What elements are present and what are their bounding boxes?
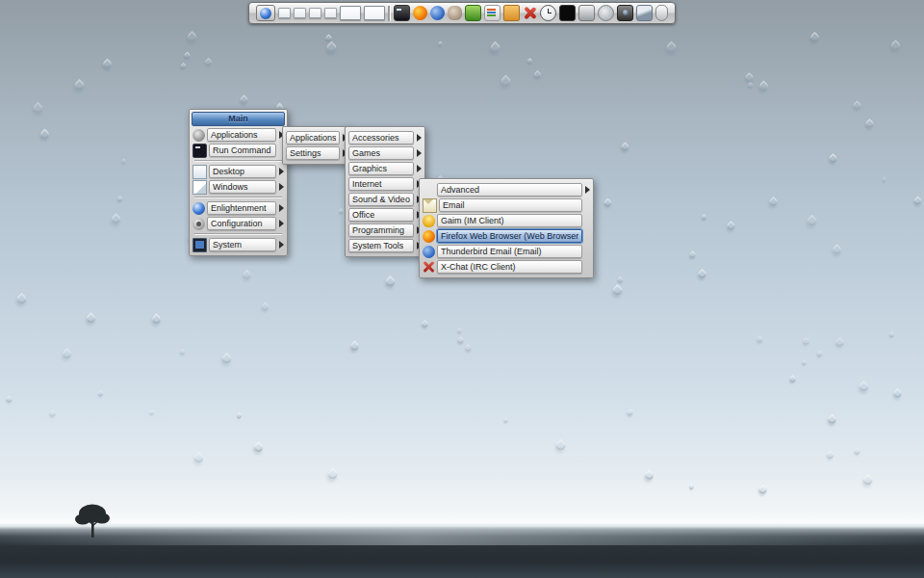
display-icon[interactable] <box>559 5 576 21</box>
clock-icon[interactable] <box>540 5 556 21</box>
menu-item-button[interactable]: Settings <box>286 146 340 160</box>
configuration-icon <box>192 218 205 230</box>
menu-item-desktop[interactable]: Desktop <box>192 165 284 178</box>
menu-item-accessories[interactable]: Accessories <box>348 131 422 144</box>
menu-item-label: Desktop <box>213 167 244 176</box>
submenu-arrow-icon <box>279 204 284 212</box>
menu-item-label: Internet <box>352 179 382 189</box>
applications-icon <box>192 129 205 142</box>
windows-icon <box>192 180 207 195</box>
menu-item-games[interactable]: Games <box>348 146 422 160</box>
menu-item-button[interactable]: System Tools <box>348 239 414 252</box>
firefox-icon <box>423 230 435 243</box>
desktop-preview-2-icon[interactable] <box>364 6 385 20</box>
menu-item-advanced[interactable]: Advanced <box>423 183 590 197</box>
gimp-icon[interactable] <box>448 6 462 20</box>
menu-item-button[interactable]: X-Chat (IRC Client) <box>437 260 582 274</box>
mouse-settings-icon[interactable] <box>655 5 668 21</box>
desktop-icon <box>192 165 207 179</box>
menu-item-applications[interactable]: Applications <box>286 131 347 144</box>
menu-item-button[interactable]: Run Command <box>209 144 276 157</box>
menu-item-firefox-web-browser-web-browser[interactable]: Firefox Web Browser (Web Browser) <box>423 229 590 243</box>
file-manager-icon[interactable] <box>484 5 500 21</box>
terminal-icon[interactable] <box>394 5 410 21</box>
camera-icon[interactable] <box>617 5 633 21</box>
menu-item-system[interactable]: System <box>192 238 284 251</box>
menu-item-x-chat-irc-client[interactable]: X-Chat (IRC Client) <box>423 260 590 274</box>
categories-submenu: AccessoriesGamesGraphicsInternetSound & … <box>345 126 425 257</box>
submenu-arrow-icon <box>279 220 284 227</box>
menu-item-label: Configuration <box>211 219 263 228</box>
menu-item-programming[interactable]: Programming <box>348 223 422 237</box>
window-thumb-1-icon[interactable] <box>278 8 291 18</box>
menu-item-button[interactable]: Office <box>348 208 414 222</box>
screenshot-tool-icon[interactable] <box>598 5 614 21</box>
package-manager-icon[interactable] <box>465 5 481 21</box>
menu-item-label: Office <box>352 210 374 220</box>
menu-item-button[interactable]: Gaim (IM Client) <box>437 214 582 227</box>
menu-item-label: System Tools <box>352 241 403 250</box>
submenu-arrow-icon <box>585 186 590 194</box>
menu-item-label: Firefox Web Browser (Web Browser) <box>441 231 578 241</box>
desktop-wallpaper-sky <box>0 0 924 578</box>
menu-item-button[interactable]: Accessories <box>348 131 414 144</box>
web-globe-icon[interactable] <box>430 6 445 20</box>
menu-item-button[interactable]: Programming <box>348 223 414 237</box>
menu-item-button[interactable]: Enlightenment <box>207 201 276 215</box>
menu-separator <box>194 197 282 198</box>
submenu-arrow-icon <box>417 149 422 157</box>
menu-item-label: Gaim (IM Client) <box>441 216 504 225</box>
menu-item-button[interactable]: Games <box>348 146 414 160</box>
window-thumb-2-icon[interactable] <box>294 8 306 18</box>
menu-item-configuration[interactable]: Configuration <box>192 217 284 230</box>
menu-title: Main <box>192 112 285 126</box>
panel-separator-icon <box>388 6 391 21</box>
window-thumb-4-icon[interactable] <box>324 8 337 18</box>
menu-item-button[interactable]: Email <box>439 198 582 212</box>
menu-item-button[interactable]: Internet <box>348 177 414 191</box>
menu-item-button[interactable]: Applications <box>286 131 340 144</box>
menu-item-label: Programming <box>352 225 404 235</box>
menu-item-label: Enlightenment <box>211 203 267 213</box>
menu-item-windows[interactable]: Windows <box>192 180 284 194</box>
eagle-app-icon[interactable] <box>636 5 653 21</box>
firefox-icon[interactable] <box>413 6 427 20</box>
menu-item-sound-video[interactable]: Sound & Video <box>348 193 422 206</box>
menu-item-enlightenment[interactable]: Enlightenment <box>192 201 284 215</box>
menu-item-thunderbird-email-email[interactable]: Thunderbird Email (Email) <box>423 245 590 258</box>
menu-item-button[interactable]: Firefox Web Browser (Web Browser) <box>437 229 582 243</box>
menu-item-applications[interactable]: Applications <box>192 128 284 142</box>
menu-item-button[interactable]: Windows <box>209 180 276 194</box>
run-icon <box>192 144 207 158</box>
menu-item-button[interactable]: System <box>209 238 276 251</box>
window-thumb-3-icon[interactable] <box>309 8 321 18</box>
menu-item-button[interactable]: Graphics <box>348 162 414 175</box>
menu-item-email[interactable]: Email <box>423 198 590 212</box>
enlightenment-icon <box>192 202 205 215</box>
desktop: MainApplicationsRun CommandDesktopWindow… <box>0 0 924 578</box>
menu-item-graphics[interactable]: Graphics <box>348 162 422 175</box>
menu-item-button[interactable]: Advanced <box>437 183 582 197</box>
photo-viewer-icon[interactable] <box>578 5 595 21</box>
gaim-icon <box>423 215 435 227</box>
desktop-preview-1-icon[interactable] <box>340 6 361 20</box>
menu-item-button[interactable]: Sound & Video <box>348 193 414 206</box>
menu-item-run-command[interactable]: Run Command <box>192 144 284 157</box>
menu-item-gaim-im-client[interactable]: Gaim (IM Client) <box>423 214 590 227</box>
menu-item-system-tools[interactable]: System Tools <box>348 239 422 252</box>
x-chat-icon[interactable] <box>523 6 537 20</box>
menu-item-label: Email <box>443 200 465 210</box>
folder-icon[interactable] <box>503 5 520 21</box>
menu-item-button[interactable]: Thunderbird Email (Email) <box>437 245 582 258</box>
menu-item-label: Thunderbird Email (Email) <box>441 247 542 256</box>
menu-item-label: X-Chat (IRC Client) <box>441 262 516 272</box>
menu-item-internet[interactable]: Internet <box>348 177 422 191</box>
menu-item-button[interactable]: Configuration <box>207 217 276 230</box>
menu-item-button[interactable]: Applications <box>207 128 276 142</box>
menu-item-label: System <box>213 240 242 250</box>
menu-item-office[interactable]: Office <box>348 208 422 222</box>
enlightenment-start-icon[interactable] <box>256 5 275 21</box>
horizon-haze <box>0 528 924 545</box>
menu-item-settings[interactable]: Settings <box>286 146 347 160</box>
menu-item-button[interactable]: Desktop <box>209 165 276 178</box>
